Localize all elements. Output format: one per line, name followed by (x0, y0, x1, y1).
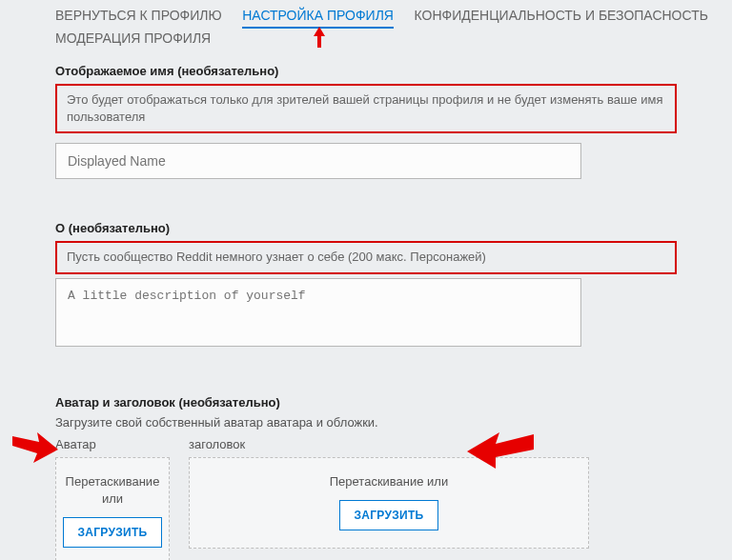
tab-return-to-profile[interactable]: ВЕРНУТЬСЯ К ПРОФИЛЮ (55, 6, 222, 26)
avatar-header-subtitle: Загрузите свой собственный аватар аватар… (55, 415, 677, 430)
display-name-input[interactable] (55, 143, 581, 179)
tab-privacy-security[interactable]: КОНФИДЕНЦИАЛЬНОСТЬ И БЕЗОПАСНОСТЬ (415, 6, 708, 26)
header-drag-text: Перетаскивание или (193, 473, 584, 490)
avatar-header-title: Аватар и заголовок (необязательно) (55, 395, 677, 410)
about-textarea[interactable] (55, 278, 581, 347)
tab-profile-moderation[interactable]: МОДЕРАЦИЯ ПРОФИЛЯ (55, 29, 211, 49)
tab-profile-settings[interactable]: НАСТРОЙКА ПРОФИЛЯ (242, 6, 394, 29)
display-name-label: Отображаемое имя (необязательно) (55, 64, 677, 78)
header-column-label: заголовок (189, 437, 589, 451)
avatar-upload-button[interactable]: ЗАГРУЗИТЬ (63, 517, 161, 548)
avatar-column-label: Аватар (55, 437, 170, 451)
header-upload-dropzone[interactable]: Перетаскивание или ЗАГРУЗИТЬ (189, 457, 589, 549)
display-name-hint: Это будет отображаться только для зрител… (55, 84, 677, 133)
avatar-drag-text: Перетаскивание или (60, 473, 165, 508)
about-label: О (необязательно) (55, 221, 677, 235)
avatar-upload-dropzone[interactable]: Перетаскивание или ЗАГРУЗИТЬ (55, 457, 170, 560)
header-upload-button[interactable]: ЗАГРУЗИТЬ (339, 500, 437, 530)
settings-tabs: ВЕРНУТЬСЯ К ПРОФИЛЮ НАСТРОЙКА ПРОФИЛЯ КО… (0, 0, 732, 49)
about-hint: Пусть сообщество Reddit немного узнает о… (55, 241, 677, 273)
